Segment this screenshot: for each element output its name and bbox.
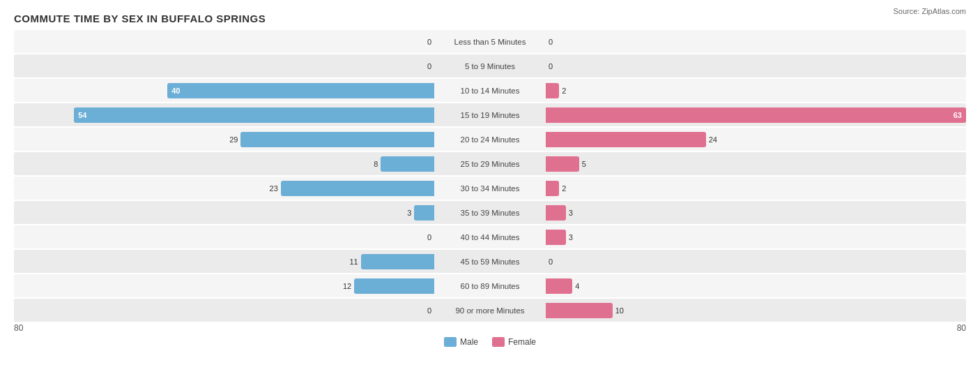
right-section: 2 [546,79,966,102]
male-value: 0 [427,306,431,315]
right-section: 2 [546,177,966,200]
male-bar: 8 [381,156,434,172]
right-section: 0 [546,250,966,273]
male-value: 40 [171,87,180,95]
female-value: 0 [549,38,553,46]
male-bar: 11 [361,254,434,269]
bar-row: 12 60 to 89 Minutes 4 [14,274,966,297]
male-bar: 54 [74,107,434,123]
axis-left: 80 [14,323,490,333]
female-value: 2 [562,184,566,193]
right-section: 4 [546,274,966,297]
female-bar-wrap: 2 [546,181,966,196]
row-label: 45 to 59 Minutes [434,258,546,266]
male-bar-wrap: 0 [14,230,434,245]
row-label: 35 to 39 Minutes [434,209,546,217]
male-bar-wrap: 54 [14,107,434,123]
female-value: 3 [569,233,573,241]
bar-row: 3 35 to 39 Minutes 3 [14,201,966,224]
source-label: Source: ZipAtlas.com [893,7,966,15]
male-value: 11 [349,258,358,266]
row-label: 5 to 9 Minutes [434,62,546,70]
male-bar-wrap: 0 [14,303,434,318]
female-bar-wrap: 3 [546,205,966,221]
right-section: 3 [546,225,966,248]
bar-row: 0 5 to 9 Minutes 0 [14,54,966,77]
female-value: 5 [582,160,586,168]
left-section: 11 [14,250,434,273]
female-bar-wrap: 2 [546,83,966,98]
male-bar-wrap: 3 [14,205,434,221]
male-value: 8 [374,160,378,168]
female-bar: 3 [546,205,566,221]
female-value: 2 [562,87,566,95]
female-value: 3 [569,209,573,217]
left-section: 29 [14,128,434,151]
male-bar: 12 [354,278,434,294]
left-section: 3 [14,201,434,224]
left-section: 12 [14,274,434,297]
male-value: 0 [427,38,431,46]
row-label: 90 or more Minutes [434,306,546,315]
row-label: 25 to 29 Minutes [434,160,546,168]
female-value: 10 [615,306,624,315]
female-bar-wrap: 24 [546,132,966,147]
female-bar: 2 [546,181,559,196]
female-bar-wrap: 5 [546,156,966,172]
legend-female-label: Female [508,337,536,347]
female-value: 63 [954,111,962,119]
male-value: 3 [407,209,411,217]
male-bar: 40 [167,83,434,98]
female-bar-wrap: 0 [546,34,966,50]
row-label: 15 to 19 Minutes [434,111,546,119]
row-label: 30 to 34 Minutes [434,184,546,193]
bar-row: 29 20 to 24 Minutes 24 [14,128,966,151]
left-section: 0 [14,299,434,322]
male-bar-wrap: 0 [14,59,434,74]
male-value: 12 [343,282,351,290]
male-bar-wrap: 12 [14,278,434,294]
female-bar-wrap: 3 [546,230,966,245]
rows-area: 0 Less than 5 Minutes 0 0 5 to 9 Minutes [14,30,966,322]
female-bar-wrap: 0 [546,59,966,74]
left-section: 40 [14,79,434,102]
male-bar-wrap: 11 [14,254,434,269]
male-value: 0 [427,62,431,70]
bar-row: 23 30 to 34 Minutes 2 [14,177,966,200]
left-section: 0 [14,225,434,248]
female-bar: 2 [546,83,559,98]
male-bar: 29 [240,132,434,147]
female-bar: 5 [546,156,579,172]
female-bar: 4 [546,278,572,294]
row-label: 20 to 24 Minutes [434,135,546,144]
female-value: 4 [575,282,579,290]
female-bar: 24 [546,132,706,147]
male-bar-wrap: 8 [14,156,434,172]
right-section: 3 [546,201,966,224]
bar-row: 40 10 to 14 Minutes 2 [14,79,966,102]
legend-female: Female [492,337,536,347]
left-section: 23 [14,177,434,200]
male-bar: 23 [281,181,434,196]
female-bar-wrap: 4 [546,278,966,294]
chart-container: COMMUTE TIME BY SEX IN BUFFALO SPRINGS S… [0,0,980,365]
bar-row: 0 90 or more Minutes 10 [14,299,966,322]
right-section: 0 [546,30,966,53]
legend-area: Male Female [14,337,966,347]
right-section: 10 [546,299,966,322]
female-bar-wrap: 63 [546,107,966,123]
female-value: 24 [709,135,717,144]
left-section: 8 [14,152,434,175]
male-bar-wrap: 0 [14,34,434,50]
bar-row: 0 40 to 44 Minutes 3 [14,225,966,248]
row-label: 60 to 89 Minutes [434,282,546,290]
female-value: 0 [549,258,553,266]
female-bar: 10 [546,303,613,318]
axis-right: 80 [490,323,966,333]
right-section: 5 [546,152,966,175]
legend-male-color [444,337,457,347]
bar-row: 11 45 to 59 Minutes 0 [14,250,966,273]
male-bar: 3 [414,205,434,221]
legend-male-label: Male [460,337,478,347]
male-bar-wrap: 29 [14,132,434,147]
